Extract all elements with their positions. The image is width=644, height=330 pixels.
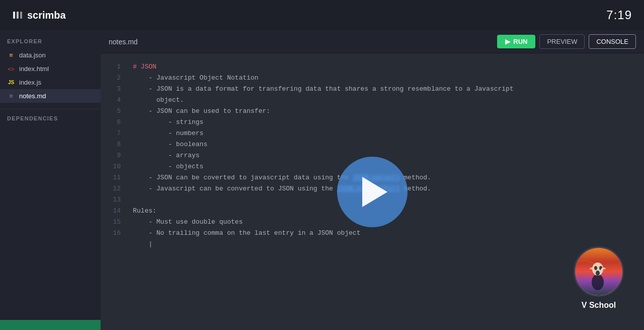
sidebar-item-label-notes-md: notes.md [19,92,46,100]
play-overlay[interactable] [337,157,408,227]
sidebar-item-index-html[interactable]: <> index.html [0,62,101,76]
scrimba-logo-icon [12,10,23,21]
sidebar-item-label-index-html: index.html [19,65,49,73]
vschool-avatar [574,246,624,297]
sidebar-item-label-index-js: index.js [19,79,41,86]
logo-text: scrimba [27,10,66,21]
main-layout: EXPLORER ≡ data.json <> index.html JS in… [0,30,644,330]
deps-label: DEPENDENCIES [0,115,101,125]
code-editor: 1 2 3 4 5 6 7 8 9 10 11 12 13 14 15 16 #… [101,53,644,330]
sidebar-item-index-js[interactable]: JS index.js [0,76,101,89]
run-play-icon: ▶ [505,38,510,45]
html-file-icon: <> [7,66,15,72]
sidebar-divider [0,109,101,109]
bottom-strip [0,320,101,330]
svg-point-7 [596,271,600,276]
toolbar-buttons: ▶ RUN PREVIEW CONSOLE [497,34,636,49]
vschool-badge: V School [574,246,624,310]
timer-display: 7:19 [606,8,632,22]
topbar: scrimba 7:19 [0,0,644,30]
line-numbers: 1 2 3 4 5 6 7 8 9 10 11 12 13 14 15 16 [101,53,125,330]
explorer-label: EXPLORER [0,38,101,48]
svg-rect-0 [13,12,15,19]
sidebar: EXPLORER ≡ data.json <> index.html JS in… [0,30,101,330]
run-button[interactable]: ▶ RUN [497,35,535,48]
js-file-icon: JS [7,80,15,85]
md-file-icon: ≡ [7,92,15,100]
scream-figure [575,248,620,293]
file-title: notes.md [109,38,138,46]
vschool-name: V School [582,301,616,310]
play-triangle-icon [362,177,387,207]
logo: scrimba [12,10,66,21]
editor-toolbar: notes.md ▶ RUN PREVIEW CONSOLE [101,30,644,53]
svg-rect-2 [20,12,22,19]
sidebar-item-notes-md[interactable]: ≡ notes.md [0,89,101,103]
sidebar-item-data-json[interactable]: ≡ data.json [0,48,101,62]
run-button-label: RUN [513,38,527,45]
console-button[interactable]: CONSOLE [589,34,636,49]
preview-button[interactable]: PREVIEW [539,34,585,49]
json-file-icon: ≡ [7,51,15,59]
svg-point-3 [592,274,604,290]
sidebar-item-label-data-json: data.json [19,51,46,59]
svg-rect-1 [17,12,19,19]
editor-area: notes.md ▶ RUN PREVIEW CONSOLE 1 2 3 4 5… [101,30,644,330]
